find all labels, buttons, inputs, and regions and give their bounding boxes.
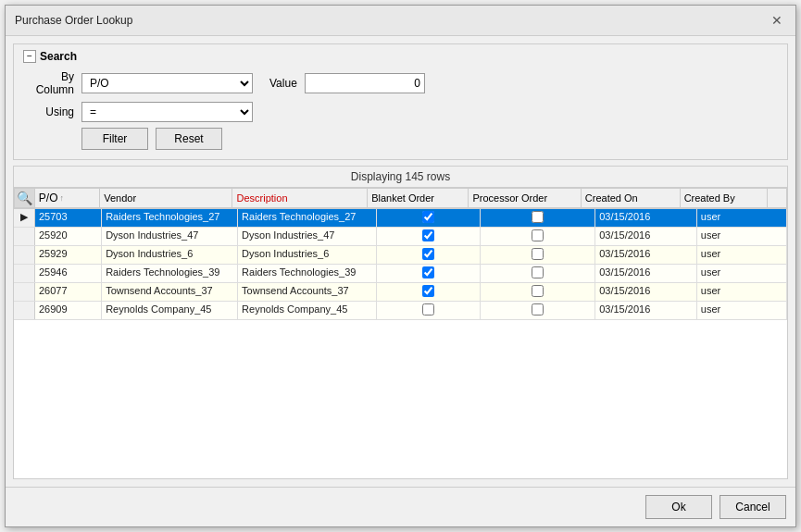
cell-processor-order[interactable] — [480, 283, 595, 302]
th-vendor[interactable]: Vendor — [100, 189, 232, 208]
cell-processor-order[interactable] — [480, 302, 595, 320]
sort-arrow-icon: ↑ — [60, 193, 65, 203]
cancel-button[interactable]: Cancel — [720, 495, 786, 519]
using-label: Using — [23, 105, 74, 118]
row-indicator — [14, 283, 34, 302]
blanket-order-checkbox[interactable] — [422, 229, 434, 241]
th-blanket-order[interactable]: Blanket Order — [368, 189, 469, 208]
processor-order-checkbox[interactable] — [532, 248, 544, 260]
by-column-label: By Column — [23, 70, 74, 96]
table-row[interactable]: 25929Dyson Industries_6Dyson Industries_… — [14, 246, 787, 265]
th-created-by[interactable]: Created By — [680, 189, 768, 208]
blanket-order-checkbox[interactable] — [422, 248, 434, 260]
processor-order-checkbox[interactable] — [532, 211, 544, 223]
table-section: Displaying 145 rows — [13, 166, 788, 479]
blanket-order-checkbox[interactable] — [422, 266, 434, 278]
cell-description: Dyson Industries_6 — [238, 246, 376, 265]
value-input[interactable] — [305, 73, 425, 93]
table-header: 🔍 P/O ↑ Vendor Description — [14, 188, 787, 209]
cell-processor-order[interactable] — [480, 246, 595, 265]
processor-order-checkbox[interactable] — [532, 229, 544, 241]
value-label: Value — [269, 77, 297, 90]
cell-description: Reynolds Company_45 — [238, 302, 376, 320]
cell-vendor: Townsend Accounts_37 — [102, 283, 238, 302]
close-button[interactable]: ✕ — [768, 11, 786, 30]
table-row[interactable]: ▶25703Raiders Technologies_27Raiders Tec… — [14, 209, 787, 228]
processor-order-checkbox[interactable] — [532, 266, 544, 278]
th-description[interactable]: Description — [232, 189, 368, 208]
cell-created-by: user — [696, 228, 786, 246]
processor-order-checkbox[interactable] — [532, 303, 544, 315]
cell-processor-order[interactable] — [480, 228, 595, 246]
th-po-label: P/O — [39, 192, 58, 204]
th-icon: 🔍 — [15, 189, 35, 208]
table-row[interactable]: 26909Reynolds Company_45Reynolds Company… — [14, 302, 787, 320]
blanket-order-checkbox[interactable] — [422, 303, 434, 315]
cell-blanket-order[interactable] — [376, 209, 480, 228]
cell-created-by: user — [696, 209, 786, 228]
cell-po: 26077 — [34, 283, 101, 302]
cell-blanket-order[interactable] — [376, 246, 480, 265]
cell-vendor: Reynolds Company_45 — [102, 302, 238, 320]
header-table: 🔍 P/O ↑ Vendor Description — [14, 188, 787, 208]
table-body-scroll[interactable]: ▶25703Raiders Technologies_27Raiders Tec… — [14, 209, 787, 478]
by-column-select[interactable]: P/O Vendor Description Blanket Order Pro… — [81, 73, 253, 93]
blanket-order-checkbox[interactable] — [422, 285, 434, 297]
purchase-order-lookup-dialog: Purchase Order Lookup ✕ − Search By Colu… — [5, 5, 796, 527]
reset-button[interactable]: Reset — [156, 128, 222, 150]
using-row: Using = < > <= >= != contains — [23, 102, 778, 122]
th-scrollbar-spacer — [768, 189, 787, 208]
cell-created-on: 03/15/2016 — [595, 246, 697, 265]
cell-created-on: 03/15/2016 — [595, 228, 697, 246]
search-section: − Search By Column P/O Vendor Descriptio… — [13, 43, 788, 160]
row-indicator — [14, 302, 34, 320]
filter-button[interactable]: Filter — [81, 128, 148, 150]
processor-order-checkbox[interactable] — [532, 285, 544, 297]
cell-description: Raiders Technologies_39 — [238, 265, 376, 283]
cell-created-by: user — [696, 283, 786, 302]
cell-blanket-order[interactable] — [376, 228, 480, 246]
dialog-body: − Search By Column P/O Vendor Descriptio… — [6, 36, 795, 487]
th-created-on[interactable]: Created On — [581, 189, 680, 208]
cell-created-on: 03/15/2016 — [595, 209, 697, 228]
cell-po: 25703 — [34, 209, 101, 228]
cell-vendor: Dyson Industries_6 — [102, 246, 238, 265]
blanket-order-checkbox[interactable] — [422, 211, 434, 223]
collapse-button[interactable]: − — [23, 50, 36, 63]
th-po[interactable]: P/O ↑ — [34, 189, 99, 208]
cell-vendor: Raiders Technologies_27 — [102, 209, 238, 228]
by-column-row: By Column P/O Vendor Description Blanket… — [23, 70, 778, 96]
cell-po: 26909 — [34, 302, 101, 320]
cell-blanket-order[interactable] — [376, 265, 480, 283]
cell-description: Townsend Accounts_37 — [238, 283, 376, 302]
table-row[interactable]: 26077Townsend Accounts_37Townsend Accoun… — [14, 283, 787, 302]
table-icon: 🔍 — [17, 191, 32, 205]
cell-vendor: Dyson Industries_47 — [102, 228, 238, 246]
row-indicator: ▶ — [14, 209, 34, 228]
cell-created-on: 03/15/2016 — [595, 283, 697, 302]
dialog-footer: Ok Cancel — [6, 487, 795, 526]
using-select[interactable]: = < > <= >= != contains — [81, 102, 253, 122]
search-section-title: Search — [40, 50, 77, 63]
th-processor-order[interactable]: Processor Order — [469, 189, 581, 208]
cell-processor-order[interactable] — [480, 209, 595, 228]
row-indicator — [14, 246, 34, 265]
cell-description: Raiders Technologies_27 — [238, 209, 376, 228]
cell-created-on: 03/15/2016 — [595, 265, 697, 283]
search-section-header: − Search — [23, 50, 778, 63]
cell-blanket-order[interactable] — [376, 283, 480, 302]
cell-processor-order[interactable] — [480, 265, 595, 283]
cell-po: 25920 — [34, 228, 101, 246]
ok-button[interactable]: Ok — [645, 495, 712, 519]
cell-po: 25929 — [34, 246, 101, 265]
cell-blanket-order[interactable] — [376, 302, 480, 320]
display-count: Displaying 145 rows — [14, 167, 787, 188]
table-row[interactable]: 25920Dyson Industries_47Dyson Industries… — [14, 228, 787, 246]
body-table: ▶25703Raiders Technologies_27Raiders Tec… — [14, 209, 787, 320]
title-bar: Purchase Order Lookup ✕ — [6, 6, 795, 36]
cell-description: Dyson Industries_47 — [238, 228, 376, 246]
table-row[interactable]: 25946Raiders Technologies_39Raiders Tech… — [14, 265, 787, 283]
cell-created-by: user — [696, 302, 786, 320]
row-indicator — [14, 265, 34, 283]
dialog-title: Purchase Order Lookup — [15, 14, 132, 27]
